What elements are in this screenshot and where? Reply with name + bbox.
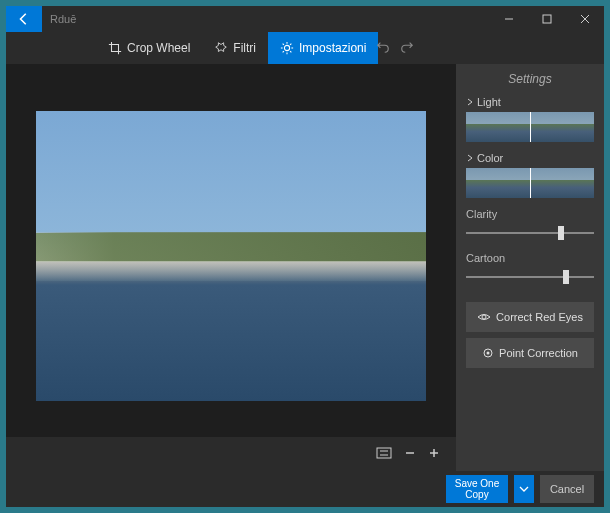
color-preview[interactable] <box>466 168 594 198</box>
minimize-button[interactable] <box>490 6 528 32</box>
point-icon <box>482 347 494 359</box>
color-label: Color <box>477 152 503 164</box>
svg-point-21 <box>487 352 490 355</box>
titlebar: Rduē <box>6 6 604 32</box>
svg-rect-13 <box>377 448 391 458</box>
back-button[interactable] <box>6 6 42 32</box>
cartoon-slider[interactable] <box>466 270 594 284</box>
chevron-right-icon <box>466 98 474 106</box>
chevron-right-icon <box>466 154 474 162</box>
red-eyes-button[interactable]: Correct Red Eyes <box>466 302 594 332</box>
save-dropdown-button[interactable] <box>514 475 534 503</box>
point-correction-button[interactable]: Point Correction <box>466 338 594 368</box>
point-label: Point Correction <box>499 347 578 359</box>
filters-icon <box>214 41 228 55</box>
slider-track <box>466 232 594 234</box>
footer: Save One Copy Cancel <box>6 471 604 507</box>
redo-button[interactable] <box>400 40 414 57</box>
sun-icon <box>280 41 294 55</box>
settings-tool-button[interactable]: Impostazioni <box>268 32 378 64</box>
zoom-bar <box>6 437 456 471</box>
eye-icon <box>477 312 491 322</box>
undo-button[interactable] <box>376 40 390 57</box>
sidebar-title: Settings <box>466 72 594 86</box>
crop-label: Crop Wheel <box>127 41 190 55</box>
light-label: Light <box>477 96 501 108</box>
chevron-down-icon <box>519 486 529 492</box>
content-area: Settings Light Color Clarity Cartoon <box>6 64 604 471</box>
app-title: Rduē <box>50 13 76 25</box>
svg-rect-1 <box>543 15 551 23</box>
settings-sidebar: Settings Light Color Clarity Cartoon <box>456 64 604 471</box>
zoom-out-button[interactable] <box>404 447 416 462</box>
slider-thumb[interactable] <box>558 226 564 240</box>
filters-label: Filtri <box>233 41 256 55</box>
svg-point-4 <box>284 45 289 50</box>
slider-thumb[interactable] <box>563 270 569 284</box>
light-section-header[interactable]: Light <box>466 96 594 108</box>
maximize-button[interactable] <box>528 6 566 32</box>
close-button[interactable] <box>566 6 604 32</box>
zoom-in-button[interactable] <box>428 447 440 462</box>
red-eyes-label: Correct Red Eyes <box>496 311 583 323</box>
svg-point-19 <box>482 315 486 319</box>
cancel-button[interactable]: Cancel <box>540 475 594 503</box>
svg-line-10 <box>290 51 291 52</box>
light-preview[interactable] <box>466 112 594 142</box>
app-window: Rduē Crop Wheel Filtri Impostazioni <box>6 6 604 507</box>
toolbar: Crop Wheel Filtri Impostazioni <box>6 32 604 64</box>
clarity-slider[interactable] <box>466 226 594 240</box>
clarity-label: Clarity <box>466 208 594 220</box>
slider-track <box>466 276 594 278</box>
filters-tool-button[interactable]: Filtri <box>202 32 268 64</box>
save-button[interactable]: Save One Copy <box>446 475 508 503</box>
photo-preview[interactable] <box>36 111 426 401</box>
svg-line-12 <box>290 44 291 45</box>
fit-button[interactable] <box>376 447 392 462</box>
canvas-area <box>6 64 456 471</box>
cartoon-label: Cartoon <box>466 252 594 264</box>
window-controls <box>490 6 604 32</box>
svg-line-9 <box>283 44 284 45</box>
color-section-header[interactable]: Color <box>466 152 594 164</box>
crop-tool-button[interactable]: Crop Wheel <box>96 32 202 64</box>
canvas <box>6 64 456 437</box>
crop-icon <box>108 41 122 55</box>
settings-label: Impostazioni <box>299 41 366 55</box>
svg-line-11 <box>283 51 284 52</box>
